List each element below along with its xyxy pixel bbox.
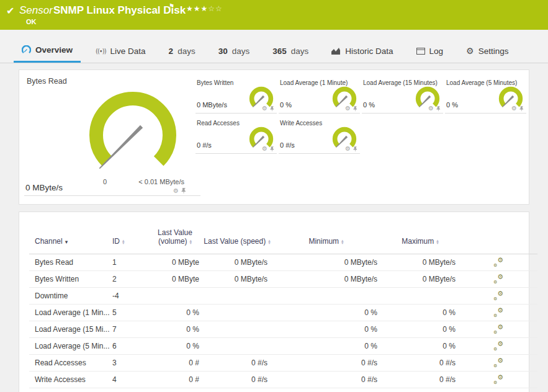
channel-gear-icon[interactable]: ⚙ — [428, 105, 434, 112]
table-row: Load Average (15 Mi... 7 0 % 0 % 0 % ⚙⚙ — [29, 321, 537, 338]
column-header-id[interactable]: ID▴▾ — [112, 228, 147, 254]
priority-stars[interactable]: ★★★☆☆ — [186, 4, 223, 13]
stars-filled[interactable]: ★★★ — [186, 4, 208, 13]
pin-icon[interactable] — [519, 106, 524, 112]
tab-30-days[interactable]: 30 days — [210, 39, 258, 63]
stars-empty[interactable]: ☆☆ — [208, 4, 223, 13]
channel-id: -4 — [112, 288, 147, 305]
channel-id: 1 — [112, 254, 147, 271]
minimum-value: 0 #/s — [271, 355, 381, 372]
channel-name: Load Average (1 Min... — [29, 305, 112, 321]
channel-settings-icon[interactable]: ⚙⚙ — [493, 308, 503, 316]
tab-number: 365 — [272, 47, 287, 56]
maximum-value: 0 % — [381, 338, 459, 355]
table-row: Load Average (1 Min... 5 0 % 0 % 0 % ⚙⚙ — [29, 305, 537, 321]
channel-name: Bytes Read — [29, 254, 112, 271]
tab-overview[interactable]: Overview — [14, 39, 81, 63]
primary-gauge — [83, 86, 182, 185]
maximum-value: 0 MByte/s — [381, 254, 459, 271]
channel-settings-icon[interactable]: ⚙⚙ — [493, 341, 503, 350]
tab-label: days — [177, 47, 195, 56]
channel-gear-icon[interactable]: ⚙ — [173, 188, 179, 194]
maximum-value: 0 % — [381, 321, 459, 338]
table-row: Bytes Read 1 0 MByte 0 MByte/s 0 MByte/s… — [29, 254, 537, 271]
object-kind-label: Sensor — [19, 4, 53, 17]
small-gauge-bytes-written: Bytes Written 0 MByte/s ⚙ — [195, 78, 277, 114]
small-gauge-load-average-15-minutes: Load Average (15 Minutes) 0 % ⚙ — [362, 78, 443, 114]
primary-gauge-title: Bytes Read — [27, 77, 67, 86]
channel-name: Read Accesses — [29, 355, 112, 372]
pin-icon[interactable] — [353, 146, 357, 152]
priority-flag-icon[interactable]: ⚑ — [169, 2, 174, 9]
channel-gear-icon[interactable]: ⚙ — [511, 105, 517, 112]
tab-bar: Overview ((•)) Live Data 2 days 30 days … — [0, 30, 548, 63]
channel-settings-icon[interactable]: ⚙⚙ — [493, 358, 503, 367]
last-value-speed: 0 MByte/s — [203, 271, 271, 288]
column-header-last-value-volume[interactable]: Last Value (volume)▴▾ — [147, 228, 203, 254]
channel-settings-icon[interactable]: ⚙⚙ — [493, 324, 503, 333]
tab-settings[interactable]: ⚙ Settings — [458, 39, 516, 63]
column-header-last-value-speed[interactable]: Last Value (speed)▴▾ — [203, 228, 271, 254]
gauge-value: 0 MByte/s — [197, 101, 227, 109]
log-window-icon — [416, 48, 425, 55]
tab-label: Live Data — [110, 47, 146, 56]
channel-name: Load Average (5 Min... — [29, 338, 112, 355]
pin-icon[interactable] — [270, 106, 274, 112]
channel-gear-icon[interactable]: ⚙ — [345, 105, 351, 112]
channel-settings-icon[interactable]: ⚙⚙ — [493, 274, 503, 283]
minimum-value: 0 #/s — [271, 372, 381, 388]
tab-label: Log — [429, 47, 444, 56]
last-value-speed: 0 #/s — [203, 372, 271, 388]
pin-icon[interactable] — [270, 146, 274, 152]
sort-icon: ▴▾ — [268, 239, 271, 244]
column-header-minimum[interactable]: Minimum▴▾ — [271, 228, 381, 254]
column-label: (volume) — [158, 237, 187, 246]
channel-gear-icon[interactable]: ⚙ — [262, 105, 267, 112]
tab-365-days[interactable]: 365 days — [264, 39, 317, 63]
channel-id: 6 — [112, 338, 147, 355]
small-gauge-read-accesses: Read Accesses 0 #/s ⚙ — [195, 118, 277, 154]
pin-icon[interactable] — [436, 106, 441, 112]
tab-label: Overview — [35, 45, 73, 55]
channel-settings-icon[interactable]: ⚙⚙ — [493, 291, 503, 300]
table-row: Read Accesses 3 0 # 0 #/s 0 #/s 0 #/s ⚙⚙ — [29, 355, 537, 372]
gauge-icon — [22, 45, 31, 55]
last-value-volume — [147, 288, 203, 305]
minimum-value: 0 MByte/s — [271, 271, 381, 288]
column-header-maximum[interactable]: Maximum▴▾ — [381, 228, 459, 254]
gauge-value: 0 #/s — [280, 141, 295, 149]
tab-number: 30 — [218, 47, 228, 56]
tab-label: Historic Data — [345, 47, 393, 56]
channel-id: 3 — [112, 355, 147, 372]
table-row: Write Accesses 4 0 # 0 #/s 0 #/s 0 #/s ⚙… — [29, 372, 537, 388]
last-value-speed — [203, 321, 271, 338]
maximum-value: 0 #/s — [381, 355, 459, 372]
tab-label: days — [291, 47, 309, 56]
gauge-value: 0 % — [363, 101, 375, 109]
tab-log[interactable]: Log — [408, 39, 452, 63]
tab-historic-data[interactable]: Historic Data — [323, 39, 401, 63]
minimum-value: 0 MByte/s — [271, 254, 381, 271]
pin-icon[interactable] — [181, 188, 186, 194]
minimum-value: 0 % — [271, 338, 381, 355]
column-label: Maximum — [402, 237, 434, 246]
gauge-value: 0 % — [446, 101, 458, 109]
channels-panel: Channel▾ ID▴▾ Last Value (volume)▴▾ Last… — [19, 212, 529, 392]
channel-settings-icon[interactable]: ⚙⚙ — [493, 257, 503, 266]
channel-gear-icon[interactable]: ⚙ — [262, 146, 267, 152]
pin-icon[interactable] — [353, 106, 357, 112]
table-header-row: Channel▾ ID▴▾ Last Value (volume)▴▾ Last… — [29, 228, 537, 254]
last-value-speed — [203, 305, 271, 321]
tab-number: 2 — [169, 47, 174, 56]
channel-settings-icon[interactable]: ⚙⚙ — [493, 375, 503, 383]
column-header-channel[interactable]: Channel▾ — [29, 228, 112, 254]
channel-gear-icon[interactable]: ⚙ — [345, 146, 351, 152]
sensor-status-banner: ✔ Sensor SNMP Linux Physical Disk ⚑ ★★★☆… — [0, 0, 548, 30]
column-header-settings — [459, 228, 537, 254]
tab-live-data[interactable]: ((•)) Live Data — [88, 39, 154, 63]
tab-2-days[interactable]: 2 days — [161, 39, 204, 63]
sort-icon: ▴▾ — [341, 239, 344, 244]
gear-icon: ⚙ — [466, 46, 474, 56]
sensor-status-text: OK — [26, 18, 37, 25]
small-gauge-load-average-5-minutes: Load Average (5 Minutes) 0 % ⚙ — [445, 78, 526, 114]
